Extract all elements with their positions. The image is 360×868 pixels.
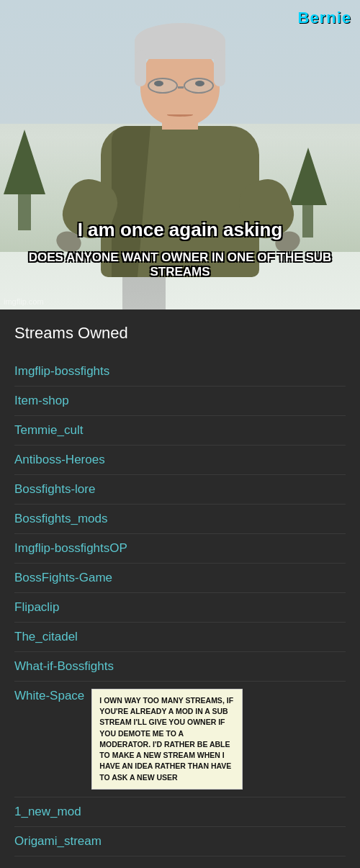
bernie-mouth: [167, 113, 193, 117]
list-item[interactable]: Imgflip-bossfights: [14, 357, 346, 386]
bernie-hair-right: [214, 50, 225, 86]
stream-link[interactable]: Flipaclip: [14, 600, 59, 614]
list-item[interactable]: Antiboss-Heroes: [14, 446, 346, 475]
stream-link[interactable]: Imgflip-bossfightsOP: [14, 541, 127, 555]
stream-link[interactable]: Origami_stream: [14, 834, 102, 848]
bernie-glasses-bridge: [178, 86, 184, 89]
list-item[interactable]: White-Space I OWN WAY TOO MANY STREAMS, …: [14, 682, 346, 797]
stream-link[interactable]: BossFights-Game: [14, 571, 112, 584]
stream-link[interactable]: Item-shop: [14, 394, 69, 407]
stream-link[interactable]: What-if-Bossfights: [14, 659, 114, 673]
stream-link[interactable]: 1_new_mod: [14, 805, 81, 818]
meme-image: Bernie I am once again asking DOES ANYON…: [0, 0, 360, 309]
list-item[interactable]: Bossfights_mods: [14, 505, 346, 534]
bernie-hair-left: [135, 50, 146, 86]
imgflip-watermark: imgflip.com: [4, 297, 44, 306]
list-item[interactable]: Bossfights-lore: [14, 475, 346, 505]
list-item[interactable]: Imgflip-bossfightsOP: [14, 534, 346, 564]
stream-link[interactable]: Bossfights-lore: [14, 482, 95, 496]
stream-link[interactable]: Temmie_cult: [14, 423, 83, 437]
stream-link[interactable]: Bossfights_mods: [14, 512, 107, 525]
stream-list: Imgflip-bossfights Item-shop Temmie_cult…: [14, 357, 346, 856]
list-item[interactable]: Origami_stream: [14, 827, 346, 856]
list-item[interactable]: Temmie_cult: [14, 416, 346, 446]
dark-section: Streams Owned Imgflip-bossfights Item-sh…: [0, 309, 360, 868]
bernie-glasses-left: [148, 78, 178, 94]
list-item[interactable]: Flipaclip: [14, 593, 346, 623]
list-item[interactable]: Item-shop: [14, 386, 346, 416]
list-item[interactable]: BossFights-Game: [14, 564, 346, 593]
stream-link[interactable]: Imgflip-bossfights: [14, 364, 109, 378]
stream-link[interactable]: Antiboss-Heroes: [14, 453, 105, 466]
meme-caption-asking: I am once again asking: [0, 219, 360, 241]
meme-caption-sub: DOES ANYONE WANT OWNER IN ONE OF THE SUB…: [0, 250, 360, 279]
stream-link[interactable]: White-Space: [14, 689, 84, 703]
list-item[interactable]: The_citadel: [14, 623, 346, 652]
list-item[interactable]: 1_new_mod: [14, 797, 346, 827]
bernie-hair-top: [135, 23, 225, 59]
bernie-glasses-right: [184, 78, 214, 94]
list-item[interactable]: What-if-Bossfights: [14, 652, 346, 682]
tooltip-box: I OWN WAY TOO MANY STREAMS, IF YOU'RE AL…: [91, 689, 243, 790]
streams-heading: Streams Owned: [14, 324, 346, 343]
bernie-watermark-label: Bernie: [298, 9, 351, 27]
stream-link[interactable]: The_citadel: [14, 630, 78, 643]
